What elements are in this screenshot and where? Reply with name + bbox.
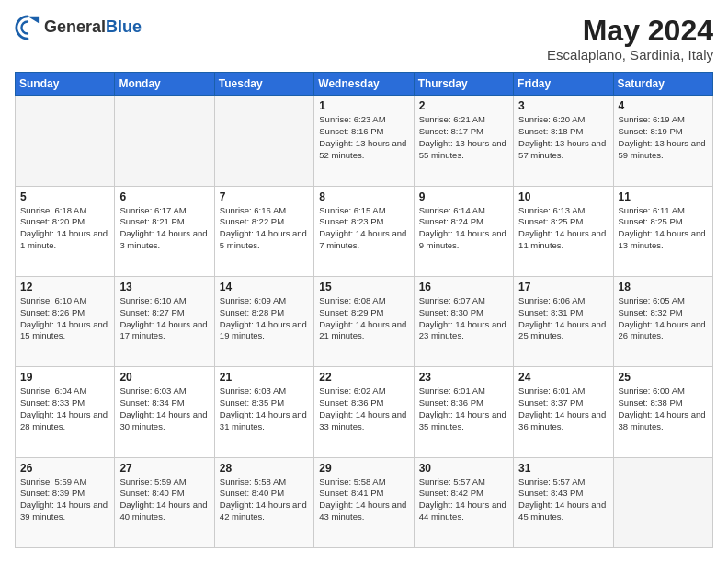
day-info: Sunrise: 6:03 AMSunset: 8:35 PMDaylight:… [220,385,307,431]
week-row-1: 5 Sunrise: 6:18 AMSunset: 8:20 PMDayligh… [16,186,713,276]
header-sunday: Sunday [16,73,115,96]
week-row-0: 1 Sunrise: 6:23 AMSunset: 8:16 PMDayligh… [16,96,713,186]
day-number: 24 [518,371,608,384]
day-number: 28 [220,462,309,475]
day-number: 13 [119,281,209,293]
day-cell [613,457,712,547]
day-info: Sunrise: 6:04 AMSunset: 8:33 PMDaylight:… [20,385,108,431]
day-info: Sunrise: 6:13 AMSunset: 8:25 PMDaylight:… [518,205,606,250]
day-number: 31 [518,462,608,475]
logo-blue: Blue [106,17,142,36]
day-number: 22 [319,371,408,384]
day-info: Sunrise: 6:15 AMSunset: 8:23 PMDaylight:… [319,205,406,250]
month-year: May 2024 [547,15,713,47]
logo: GeneralBlue [15,15,142,40]
day-number: 5 [20,190,109,203]
day-cell: 26 Sunrise: 5:59 AMSunset: 8:39 PMDaylig… [16,457,115,547]
day-info: Sunrise: 6:00 AMSunset: 8:38 PMDaylight:… [619,385,706,431]
day-cell: 20 Sunrise: 6:03 AMSunset: 8:34 PMDaylig… [115,367,214,457]
day-number: 21 [220,371,309,384]
logo-general: General [44,17,106,36]
day-cell: 1 Sunrise: 6:23 AMSunset: 8:16 PMDayligh… [314,96,414,186]
day-info: Sunrise: 5:57 AMSunset: 8:42 PMDaylight:… [419,477,506,522]
day-cell: 4 Sunrise: 6:19 AMSunset: 8:19 PMDayligh… [613,96,712,186]
day-info: Sunrise: 5:57 AMSunset: 8:43 PMDaylight:… [518,477,606,522]
day-info: Sunrise: 6:01 AMSunset: 8:37 PMDaylight:… [518,385,606,431]
calendar-table: Sunday Monday Tuesday Wednesday Thursday… [15,72,713,548]
day-number: 8 [319,190,408,203]
day-number: 15 [319,281,408,293]
day-number: 19 [20,371,109,384]
day-info: Sunrise: 6:20 AMSunset: 8:18 PMDaylight:… [518,114,606,159]
day-number: 12 [20,281,109,293]
day-number: 6 [119,190,209,203]
day-cell: 27 Sunrise: 5:59 AMSunset: 8:40 PMDaylig… [115,457,214,547]
day-info: Sunrise: 6:08 AMSunset: 8:29 PMDaylight:… [319,295,406,340]
day-cell: 25 Sunrise: 6:00 AMSunset: 8:38 PMDaylig… [613,367,712,457]
header-saturday: Saturday [613,73,712,96]
day-cell: 10 Sunrise: 6:13 AMSunset: 8:25 PMDaylig… [514,186,613,276]
day-info: Sunrise: 6:18 AMSunset: 8:20 PMDaylight:… [20,205,108,250]
header-thursday: Thursday [414,73,513,96]
day-number: 23 [419,371,508,384]
header: GeneralBlue May 2024 Escalaplano, Sardin… [15,15,713,63]
week-row-4: 26 Sunrise: 5:59 AMSunset: 8:39 PMDaylig… [16,457,713,547]
day-number: 16 [419,281,508,293]
day-number: 25 [619,371,708,384]
day-number: 26 [20,462,109,475]
day-info: Sunrise: 6:10 AMSunset: 8:27 PMDaylight:… [119,295,207,340]
day-cell: 9 Sunrise: 6:14 AMSunset: 8:24 PMDayligh… [414,186,513,276]
day-cell: 30 Sunrise: 5:57 AMSunset: 8:42 PMDaylig… [414,457,513,547]
day-cell: 17 Sunrise: 6:06 AMSunset: 8:31 PMDaylig… [514,276,613,366]
day-info: Sunrise: 5:59 AMSunset: 8:39 PMDaylight:… [20,477,108,522]
day-info: Sunrise: 6:03 AMSunset: 8:34 PMDaylight:… [119,385,207,431]
day-number: 2 [419,99,508,112]
day-cell: 2 Sunrise: 6:21 AMSunset: 8:17 PMDayligh… [414,96,513,186]
day-number: 17 [518,281,608,293]
day-number: 9 [419,190,508,203]
location: Escalaplano, Sardinia, Italy [547,47,713,63]
day-cell: 12 Sunrise: 6:10 AMSunset: 8:26 PMDaylig… [16,276,115,366]
day-cell: 13 Sunrise: 6:10 AMSunset: 8:27 PMDaylig… [115,276,214,366]
day-info: Sunrise: 5:58 AMSunset: 8:41 PMDaylight:… [319,477,406,522]
day-number: 14 [220,281,309,293]
day-cell: 22 Sunrise: 6:02 AMSunset: 8:36 PMDaylig… [314,367,414,457]
week-row-2: 12 Sunrise: 6:10 AMSunset: 8:26 PMDaylig… [16,276,713,366]
day-number: 27 [119,462,209,475]
day-number: 29 [319,462,408,475]
day-info: Sunrise: 6:16 AMSunset: 8:22 PMDaylight:… [220,205,307,250]
header-monday: Monday [115,73,214,96]
day-cell: 8 Sunrise: 6:15 AMSunset: 8:23 PMDayligh… [314,186,414,276]
day-info: Sunrise: 6:23 AMSunset: 8:16 PMDaylight:… [319,114,406,159]
day-number: 20 [119,371,209,384]
day-cell: 6 Sunrise: 6:17 AMSunset: 8:21 PMDayligh… [115,186,214,276]
day-info: Sunrise: 6:19 AMSunset: 8:19 PMDaylight:… [619,114,706,159]
day-cell: 23 Sunrise: 6:01 AMSunset: 8:36 PMDaylig… [414,367,513,457]
day-info: Sunrise: 6:09 AMSunset: 8:28 PMDaylight:… [220,295,307,340]
day-cell: 31 Sunrise: 5:57 AMSunset: 8:43 PMDaylig… [514,457,613,547]
day-cell: 5 Sunrise: 6:18 AMSunset: 8:20 PMDayligh… [16,186,115,276]
day-cell: 11 Sunrise: 6:11 AMSunset: 8:25 PMDaylig… [613,186,712,276]
day-info: Sunrise: 6:02 AMSunset: 8:36 PMDaylight:… [319,385,406,431]
day-info: Sunrise: 5:59 AMSunset: 8:40 PMDaylight:… [119,477,207,522]
day-cell: 19 Sunrise: 6:04 AMSunset: 8:33 PMDaylig… [16,367,115,457]
day-cell [214,96,313,186]
day-cell: 18 Sunrise: 6:05 AMSunset: 8:32 PMDaylig… [613,276,712,366]
day-info: Sunrise: 6:11 AMSunset: 8:25 PMDaylight:… [619,205,706,250]
day-number: 7 [220,190,309,203]
day-info: Sunrise: 6:06 AMSunset: 8:31 PMDaylight:… [518,295,606,340]
day-number: 11 [619,190,708,203]
day-info: Sunrise: 5:58 AMSunset: 8:40 PMDaylight:… [220,477,307,522]
day-cell: 24 Sunrise: 6:01 AMSunset: 8:37 PMDaylig… [514,367,613,457]
day-info: Sunrise: 6:17 AMSunset: 8:21 PMDaylight:… [119,205,207,250]
title-block: May 2024 Escalaplano, Sardinia, Italy [547,15,713,63]
day-cell: 14 Sunrise: 6:09 AMSunset: 8:28 PMDaylig… [214,276,313,366]
day-info: Sunrise: 6:07 AMSunset: 8:30 PMDaylight:… [419,295,506,340]
logo-icon [15,15,40,40]
header-row: Sunday Monday Tuesday Wednesday Thursday… [16,73,713,96]
day-info: Sunrise: 6:10 AMSunset: 8:26 PMDaylight:… [20,295,108,340]
day-cell: 3 Sunrise: 6:20 AMSunset: 8:18 PMDayligh… [514,96,613,186]
day-info: Sunrise: 6:21 AMSunset: 8:17 PMDaylight:… [419,114,506,159]
day-number: 4 [619,99,708,112]
day-info: Sunrise: 6:14 AMSunset: 8:24 PMDaylight:… [419,205,506,250]
